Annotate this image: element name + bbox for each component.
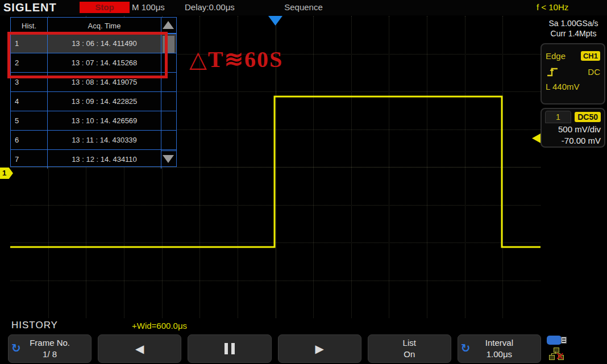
row-time: 13 : 10 : 14. 426569 (48, 111, 161, 130)
frame-label: Frame No. (30, 337, 70, 349)
previous-icon: ◀ (135, 343, 144, 354)
list-label: List (403, 337, 416, 349)
highlight-rectangle (7, 32, 168, 78)
row-time: 13 : 12 : 14. 434110 (48, 150, 161, 169)
softkey-menu: ↻ Frame No. 1/ 8 ◀ ▶ List On ↻ Interval … (8, 334, 541, 363)
usb-device-icon (547, 336, 567, 345)
channel-offset: -70.00 mV (545, 135, 601, 147)
trigger-coupling: DC (588, 67, 600, 77)
sample-rate: Sa 1.00GSa/s (542, 18, 605, 28)
delta-t-annotation: △T≋60S (189, 45, 283, 73)
row-index: 4 (11, 92, 48, 111)
frame-value: 1/ 8 (43, 349, 57, 360)
acquisition-info: Sa 1.00GSa/s Curr 1.4Mpts (542, 18, 605, 39)
knob-icon: ↻ (11, 342, 21, 354)
list-value: On (404, 349, 415, 360)
frame-no-button[interactable]: ↻ Frame No. 1/ 8 (8, 334, 92, 363)
next-icon: ▶ (315, 343, 323, 354)
oscilloscope-screen: SIGLENT Stop M 100μs Delay:0.00μs Sequen… (0, 0, 607, 364)
acquisition-mode-label: Sequence (0, 2, 607, 12)
next-frame-button[interactable]: ▶ (278, 334, 361, 363)
trigger-type: Edge (546, 51, 566, 61)
trigger-panel[interactable]: Edge CH1 DC L 440mV (541, 43, 605, 104)
trigger-source-badge: CH1 (581, 51, 600, 61)
pause-icon (224, 343, 235, 354)
interval-label: Interval (485, 337, 513, 349)
row-time: 13 : 11 : 14. 430339 (48, 131, 161, 149)
previous-frame-button[interactable]: ◀ (98, 334, 181, 363)
knob-icon: ↻ (461, 342, 471, 354)
bottom-status-row: HISTORY +Wid=600.0μs (0, 319, 607, 333)
pulse-width-measurement: +Wid=600.0μs (132, 321, 187, 330)
table-row[interactable]: 6 13 : 11 : 14. 430339 (11, 130, 176, 149)
channel-number-tab[interactable]: 1 (545, 111, 571, 123)
row-time: 13 : 09 : 14. 422825 (48, 92, 161, 111)
interval-value: 1.00μs (487, 349, 512, 360)
table-header-row: Hist. Acq. Time (11, 18, 176, 34)
col-header-acq-time: Acq. Time (48, 18, 161, 34)
trigger-level: L 440mV (546, 82, 600, 91)
top-status-bar: SIGLENT Stop M 100μs Delay:0.00μs Sequen… (0, 0, 607, 15)
menu-title: HISTORY (11, 320, 58, 331)
channel1-panel[interactable]: 1 DC50 500 mV/div -70.00 mV (541, 108, 605, 148)
frequency-counter: f < 10Hz (537, 2, 568, 12)
row-index: 7 (11, 150, 48, 169)
memory-depth: Curr 1.4Mpts (542, 28, 605, 39)
channel-scale: 500 mV/div (545, 124, 601, 135)
interval-button[interactable]: ↻ Interval 1.00μs (458, 334, 541, 363)
channel-coupling-badge: DC50 (575, 112, 601, 122)
rising-edge-icon (546, 65, 560, 78)
table-row[interactable]: 5 13 : 10 : 14. 426569 (11, 111, 176, 130)
pause-button[interactable] (188, 334, 271, 363)
row-index: 6 (11, 131, 48, 149)
table-row[interactable]: 7 13 : 12 : 14. 434110 (11, 149, 176, 169)
col-header-hist: Hist. (11, 18, 48, 34)
row-index: 5 (11, 111, 48, 130)
list-toggle-button[interactable]: List On (368, 334, 451, 363)
lan-disconnected-icon: ✕ (549, 348, 565, 361)
table-row[interactable]: 4 13 : 09 : 14. 422825 (11, 91, 176, 111)
